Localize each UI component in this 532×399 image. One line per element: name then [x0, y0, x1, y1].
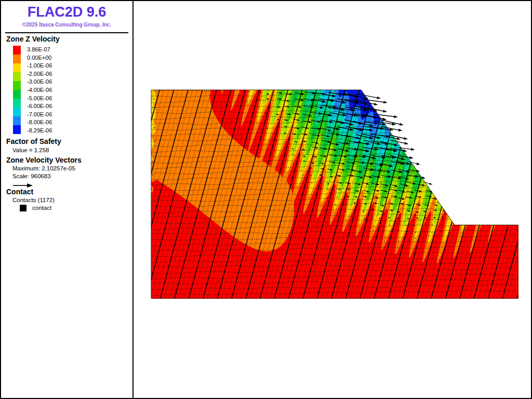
legend-color-band [13, 99, 21, 108]
legend-color-band [13, 116, 21, 125]
fos-value: Value = 1.258 [12, 147, 49, 153]
model-view-canvas[interactable] [134, 1, 531, 398]
contact-item-label: contact [32, 205, 51, 211]
legend-color-band [13, 72, 21, 81]
legend-value-label: 3.86E-07 [27, 46, 50, 52]
legend-value-label: -1.00E-06 [27, 62, 52, 69]
app-title: FLAC2D 9.6 [1, 4, 132, 20]
legend-color-band [13, 55, 21, 63]
legend-value-label: -6.00E-06 [27, 103, 52, 109]
legend-value-label: -4.00E-06 [27, 87, 52, 93]
legend-heading-fos: Factor of Safety [6, 137, 61, 145]
flac2d-window: FLAC2D 9.6 ©2025 Itasca Consulting Group… [0, 0, 532, 399]
legend-color-band [13, 46, 21, 55]
velocity-colorbar-labels: 3.86E-070.00E+00-1.00E-06-2.00E-06-3.00E… [27, 46, 89, 137]
legend-color-band [13, 108, 21, 116]
header-divider [5, 32, 128, 33]
contact-count: Contacts (1172) [12, 197, 55, 203]
legend-value-label: -3.00E-06 [27, 78, 52, 85]
legend-color-band [13, 81, 21, 90]
velocity-colorbar [13, 46, 21, 134]
legend-value-label: -8.29E-06 [27, 127, 52, 134]
legend-heading-velocity: Zone Z Velocity [6, 35, 60, 43]
copyright-text: ©2025 Itasca Consulting Group, Inc. [1, 22, 132, 28]
vectors-scale: Scale: 960683 [12, 173, 51, 179]
legend-value-label: -8.00E-06 [27, 119, 52, 125]
legend-value-label: -7.00E-06 [27, 111, 52, 117]
contact-swatch [20, 205, 26, 211]
legend-sidebar: FLAC2D 9.6 ©2025 Itasca Consulting Group… [1, 1, 134, 398]
legend-value-label: -2.00E-06 [27, 71, 52, 77]
legend-value-label: 0.00E+00 [27, 55, 51, 61]
model-viewport [134, 1, 531, 398]
legend-color-band [13, 63, 21, 72]
legend-color-band [13, 90, 21, 99]
legend-color-band [13, 125, 21, 134]
legend-heading-vectors: Zone Velocity Vectors [6, 156, 82, 164]
legend-heading-contact: Contact [6, 188, 33, 196]
vectors-maximum: Maximum: 2.10257e-05 [12, 165, 75, 171]
legend-value-label: -5.00E-06 [27, 95, 52, 101]
